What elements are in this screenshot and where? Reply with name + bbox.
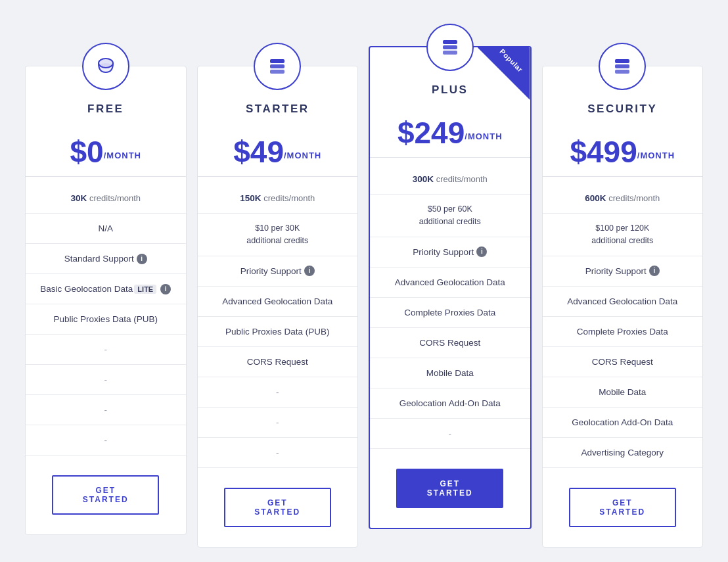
starter-get-started-button[interactable]: GET STARTED [224, 488, 331, 527]
starter-credits: 150K credits/month [198, 183, 358, 214]
free-geo-info-icon[interactable]: i [160, 284, 171, 294]
plus-features: 300K credits/month$50 per 60Kadditional … [370, 164, 530, 449]
plus-price-area: $249/MONTH [370, 108, 530, 158]
popular-badge: Popular [478, 47, 530, 100]
security-support-info-icon[interactable]: i [649, 266, 660, 276]
plus-period: /MONTH [465, 131, 502, 141]
security-support: Priority Support i [543, 256, 703, 287]
svg-rect-9 [615, 70, 629, 74]
starter-geolocation-addon: - [198, 408, 358, 438]
free-geolocation-addon: - [26, 395, 186, 425]
starter-cors: CORS Request [198, 347, 358, 377]
free-price: $0 [70, 135, 104, 169]
security-plan-name: SECURITY [581, 103, 664, 116]
security-advertising: Advertising Category [543, 438, 703, 468]
plan-card-free: FREE$0/MONTH30K credits/monthN/AStandard… [25, 66, 187, 535]
starter-advertising: - [198, 438, 358, 468]
security-cors: CORS Request [543, 347, 703, 377]
free-credits: 30K credits/month [26, 183, 186, 214]
starter-proxies: Public Proxies Data (PUB) [198, 317, 358, 347]
plus-price: $249 [398, 116, 465, 150]
starter-plan-name: STARTER [239, 103, 316, 116]
security-credits: 600K credits/month [543, 183, 703, 214]
svg-rect-3 [270, 70, 284, 74]
plus-icon-circle [426, 24, 474, 71]
starter-mobile: - [198, 377, 358, 408]
svg-rect-8 [443, 40, 457, 44]
plus-credits: 300K credits/month [370, 164, 530, 195]
free-price-area: $0/MONTH [26, 128, 186, 177]
free-get-started-button[interactable]: GET STARTED [52, 475, 159, 515]
free-support-info-icon[interactable]: i [137, 254, 147, 264]
plus-geolocation-addon: Geolocation Add-On Data [370, 388, 530, 419]
svg-rect-7 [443, 45, 457, 49]
security-period: /MONTH [637, 151, 675, 160]
free-cta-area: GET STARTED [26, 456, 186, 515]
free-icon-circle [82, 43, 129, 90]
plus-support-info-icon[interactable]: i [476, 246, 487, 257]
plus-advertising: - [370, 419, 530, 449]
starter-cta-area: GET STARTED [198, 468, 358, 527]
starter-support: Priority Support i [198, 256, 358, 287]
security-price-area: $499/MONTH [543, 128, 703, 177]
plus-cta-area: GET STARTED [370, 449, 530, 508]
security-geolocation-addon: Geolocation Add-On Data [543, 408, 703, 438]
starter-price-area: $49/MONTH [198, 128, 358, 177]
starter-geolocation: Advanced Geolocation Data [198, 287, 358, 317]
free-advertising: - [26, 425, 186, 456]
svg-rect-5 [270, 59, 284, 63]
free-period: /MONTH [104, 151, 141, 160]
svg-rect-11 [615, 59, 629, 63]
starter-icon-circle [254, 43, 301, 90]
plus-cors: CORS Request [370, 328, 530, 358]
free-cors: - [26, 335, 186, 365]
plus-proxies: Complete Proxies Data [370, 298, 530, 328]
security-get-started-button[interactable]: GET STARTED [569, 488, 676, 527]
free-additional-credits: N/A [26, 214, 186, 244]
free-plan-name: FREE [81, 103, 130, 116]
free-mobile: - [26, 365, 186, 395]
plan-card-security: SECURITY$499/MONTH600K credits/month$100… [542, 66, 704, 548]
starter-additional-credits: $10 per 30Kadditional credits [198, 214, 358, 256]
plus-get-started-button[interactable]: GET STARTED [396, 469, 503, 508]
plus-plan-name: PLUS [425, 83, 474, 97]
plus-support: Priority Support i [370, 237, 530, 268]
svg-rect-6 [443, 51, 457, 55]
starter-period: /MONTH [284, 151, 321, 160]
starter-support-info-icon[interactable]: i [304, 266, 315, 276]
free-geolocation: Basic Geolocation Data LITE i [26, 274, 186, 304]
starter-features: 150K credits/month$10 per 30Kadditional … [198, 183, 358, 468]
free-support: Standard Support i [26, 244, 186, 274]
plus-geolocation: Advanced Geolocation Data [370, 268, 530, 298]
security-features: 600K credits/month$100 per 120Kadditiona… [543, 183, 703, 468]
starter-price: $49 [233, 135, 284, 169]
pricing-container: FREE$0/MONTH30K credits/monthN/AStandard… [13, 13, 715, 561]
plan-card-plus: PopularPLUS$249/MONTH300K credits/month$… [369, 46, 532, 529]
free-features: 30K credits/monthN/AStandard Support iBa… [26, 183, 186, 456]
security-additional-credits: $100 per 120Kadditional credits [543, 214, 703, 256]
security-proxies: Complete Proxies Data [543, 317, 703, 347]
security-mobile: Mobile Data [543, 377, 703, 408]
security-geolocation: Advanced Geolocation Data [543, 287, 703, 317]
plus-additional-credits: $50 per 60Kadditional credits [370, 195, 530, 237]
svg-rect-4 [270, 64, 284, 68]
security-icon-circle [599, 43, 646, 90]
plus-mobile: Mobile Data [370, 358, 530, 388]
security-price: $499 [570, 135, 637, 169]
svg-point-2 [99, 63, 113, 72]
free-proxies: Public Proxies Data (PUB) [26, 304, 186, 335]
svg-rect-10 [615, 64, 629, 68]
plan-card-starter: STARTER$49/MONTH150K credits/month$10 pe… [197, 66, 359, 548]
security-cta-area: GET STARTED [543, 468, 703, 527]
